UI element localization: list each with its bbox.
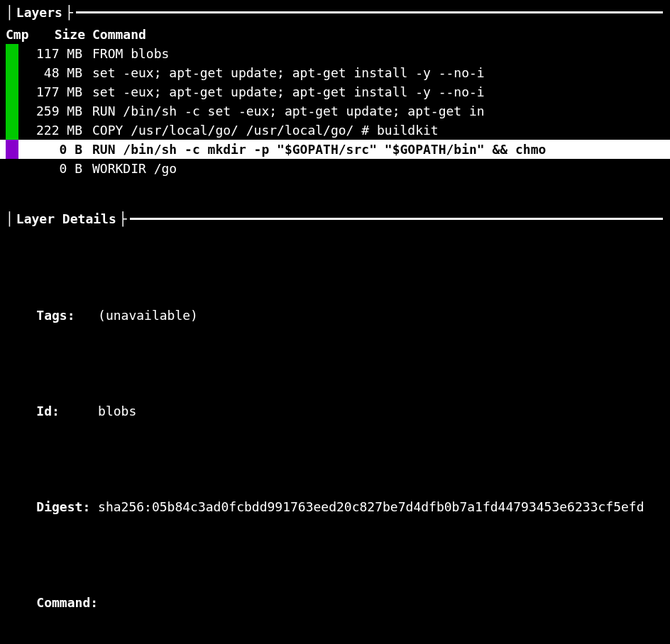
digest-label: Digest:	[36, 499, 90, 514]
bracket-icon: │	[0, 209, 16, 228]
col-header-size: Size	[31, 25, 92, 44]
cmp-bar-icon	[6, 121, 18, 140]
command-cell: set -eux; apt-get update; apt-get instal…	[92, 82, 670, 101]
layer-row[interactable]: 0 BWORKDIR /go	[0, 159, 670, 178]
size-cell: 48 MB	[31, 63, 92, 82]
size-cell: 0 B	[31, 159, 92, 178]
col-header-cmp: Cmp	[6, 25, 31, 44]
layer-row[interactable]: 259 MBRUN /bin/sh -c set -eux; apt-get u…	[0, 101, 670, 121]
layers-table: Cmp Size Command 117 MBFROM blobs48 MBse…	[0, 25, 670, 178]
cmp-cell	[6, 101, 31, 121]
digest-value: sha256:05b84c3ad0fcbdd991763eed20c827be7…	[98, 499, 644, 514]
cmp-cell	[6, 121, 31, 140]
command-cell: RUN /bin/sh -c set -eux; apt-get update;…	[92, 101, 670, 121]
col-header-command: Command	[92, 25, 670, 44]
command-label: Command:	[36, 595, 98, 610]
tags-label: Tags:	[36, 308, 75, 323]
command-cell: FROM blobs	[92, 44, 670, 63]
command-cell: WORKDIR /go	[92, 159, 670, 178]
bracket-icon: │	[0, 3, 16, 22]
layer-row[interactable]: 117 MBFROM blobs	[0, 44, 670, 63]
cmp-cell	[6, 82, 31, 101]
id-value: blobs	[98, 404, 136, 418]
size-cell: 222 MB	[31, 121, 92, 140]
section-title-layer-details: Layer Details	[16, 209, 116, 228]
section-header-layer-details: │ Layer Details ├	[0, 209, 670, 228]
layer-row[interactable]: 177 MBset -eux; apt-get update; apt-get …	[0, 82, 670, 101]
cmp-cell	[6, 44, 31, 63]
command-cell: set -eux; apt-get update; apt-get instal…	[92, 63, 670, 82]
size-cell: 177 MB	[31, 82, 92, 101]
size-cell: 259 MB	[31, 101, 92, 121]
bracket-icon: ├	[62, 3, 76, 22]
cmp-bar-icon	[6, 101, 18, 121]
bracket-icon: ├	[116, 209, 130, 228]
rule-line	[130, 218, 663, 220]
rule-line	[76, 11, 663, 13]
cmp-cell	[6, 140, 31, 159]
cmp-bar-icon	[6, 44, 18, 63]
layer-row[interactable]: 222 MBCOPY /usr/local/go/ /usr/local/go/…	[0, 121, 670, 140]
cmp-bar-icon	[6, 63, 18, 82]
cmp-bar-icon	[6, 82, 18, 101]
cmp-bar-icon	[6, 140, 18, 159]
section-title-layers: Layers	[16, 3, 62, 22]
command-cell: COPY /usr/local/go/ /usr/local/go/ # bui…	[92, 121, 670, 140]
layer-row[interactable]: 0 BRUN /bin/sh -c mkdir -p "$GOPATH/src"…	[0, 140, 670, 159]
layer-row[interactable]: 48 MBset -eux; apt-get update; apt-get i…	[0, 63, 670, 82]
id-label: Id:	[36, 404, 60, 418]
size-cell: 117 MB	[31, 44, 92, 63]
size-cell: 0 B	[31, 140, 92, 159]
layer-details-block: Tags: (unavailable) Id: blobs Digest: sh…	[0, 243, 670, 644]
command-cell: RUN /bin/sh -c mkdir -p "$GOPATH/src" "$…	[92, 140, 670, 159]
tags-value: (unavailable)	[98, 308, 198, 323]
section-header-layers: │ Layers ├	[0, 3, 670, 22]
cmp-cell	[6, 63, 31, 82]
cmp-cell	[6, 159, 31, 178]
layers-table-header: Cmp Size Command	[0, 25, 670, 44]
